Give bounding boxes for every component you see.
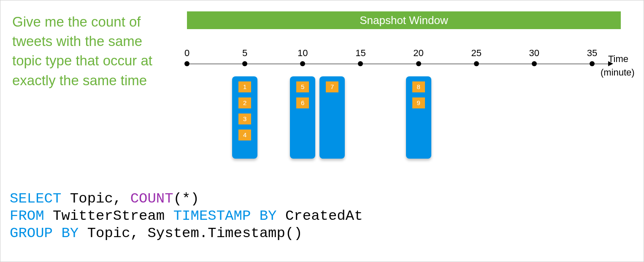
tick-dot [590,61,595,66]
snapshot-group: 89 [406,76,431,159]
sql-from-body: TwitterStream [44,208,173,224]
sql-groupby-kw: GROUP BY [10,225,78,241]
sql-query: SELECT Topic, COUNT(*) FROM TwitterStrea… [10,190,363,242]
tick-dot [242,61,247,66]
event-box: 7 [326,81,338,92]
axis-title: Time [608,54,628,65]
event-box: 3 [238,113,251,124]
sql-ts-body: CreatedAt [277,208,363,224]
axis-line [187,64,609,64]
sql-timestampby-kw: TIMESTAMP BY [173,208,277,224]
sql-count-kw: COUNT [130,191,173,207]
snapshot-group: 1234 [232,76,257,159]
snapshot-group: 7 [319,76,345,159]
time-axis: Time (minute) 05101520253035 [187,43,621,76]
sql-gb-body: Topic, System.Timestamp() [78,225,303,241]
tick-dot [532,61,537,66]
sql-count-args: (*) [173,191,199,207]
tick-label: 5 [242,48,247,59]
tick-label: 15 [355,48,365,59]
tick-dot [300,61,305,66]
event-box: 6 [296,97,309,108]
windows-container: 123456789 [187,76,621,169]
event-box: 8 [412,81,425,92]
sql-select-body: Topic, [61,191,130,207]
event-box: 4 [238,130,251,140]
event-box: 1 [238,81,251,92]
tick-dot [474,61,479,66]
snapshot-window-banner: Snapshot Window [187,11,621,29]
tick-label: 0 [184,48,189,59]
snapshot-group: 56 [290,76,315,159]
tick-label: 25 [471,48,481,59]
tick-dot [416,61,421,66]
tick-label: 30 [529,48,539,59]
tick-label: 10 [298,48,308,59]
event-box: 5 [296,81,309,92]
sql-from-kw: FROM [10,208,44,224]
description-text: Give me the count of tweets with the sam… [12,12,164,90]
sql-select-kw: SELECT [10,191,61,207]
tick-label: 35 [587,48,597,59]
tick-dot [358,61,363,66]
tick-dot [184,61,189,66]
event-box: 2 [238,97,251,108]
event-box: 9 [412,97,425,108]
tick-label: 20 [413,48,423,59]
